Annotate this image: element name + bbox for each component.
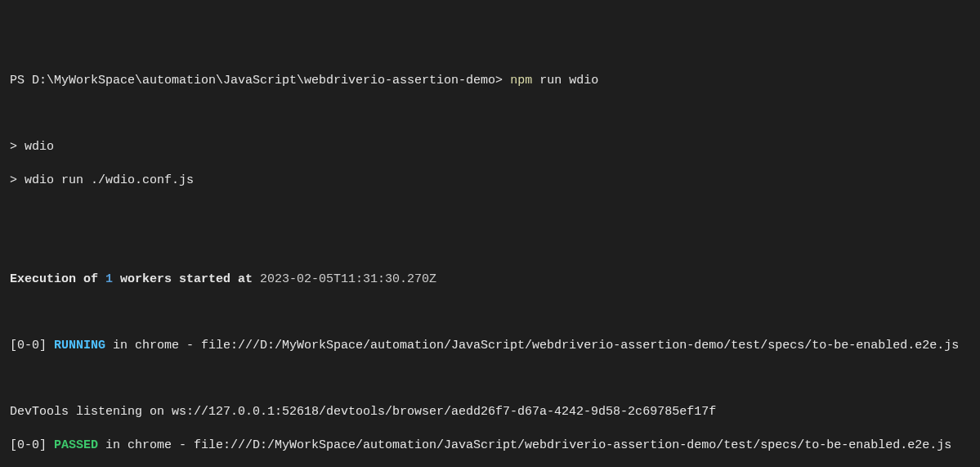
blank-line <box>10 371 970 388</box>
passed-rest: in chrome - file:///D:/MyWorkSpace/autom… <box>98 438 951 452</box>
cwd-path: D:\MyWorkSpace\automation\JavaScript\web… <box>32 74 495 88</box>
devtools-line: DevTools listening on ws://127.0.0.1:526… <box>10 404 970 420</box>
blank-line <box>10 205 970 222</box>
blank-line <box>10 239 970 255</box>
ps-prefix: PS <box>10 74 32 88</box>
running-status: RUNNING <box>54 339 105 352</box>
echo-line-1: > wdio <box>10 139 970 155</box>
passed-line: [0-0] PASSED in chrome - file:///D:/MyWo… <box>10 438 970 454</box>
passed-prefix: [0-0] <box>10 438 54 452</box>
exec-timestamp: 2023-02-05T11:31:30.270Z <box>260 272 436 286</box>
prompt-line-1: PS D:\MyWorkSpace\automation\JavaScript\… <box>10 73 970 89</box>
running-rest: in chrome - file:///D:/MyWorkSpace/autom… <box>105 339 959 352</box>
prompt-sep: > <box>495 74 510 88</box>
terminal-output[interactable]: PS D:\MyWorkSpace\automation\JavaScript\… <box>10 73 970 467</box>
passed-status: PASSED <box>54 438 98 452</box>
exec-worker-count: 1 <box>105 272 113 286</box>
blank-line <box>10 106 970 123</box>
running-line: [0-0] RUNNING in chrome - file:///D:/MyW… <box>10 338 970 354</box>
exec-text-mid: workers started at <box>113 272 260 286</box>
exec-text-pre: Execution of <box>10 272 105 286</box>
execution-line: Execution of 1 workers started at 2023-0… <box>10 272 970 288</box>
blank-line <box>10 305 970 321</box>
cmd-npm: npm <box>510 74 532 88</box>
echo-line-2: > wdio run ./wdio.conf.js <box>10 173 970 189</box>
cmd-args: run wdio <box>532 74 598 88</box>
running-prefix: [0-0] <box>10 339 54 352</box>
